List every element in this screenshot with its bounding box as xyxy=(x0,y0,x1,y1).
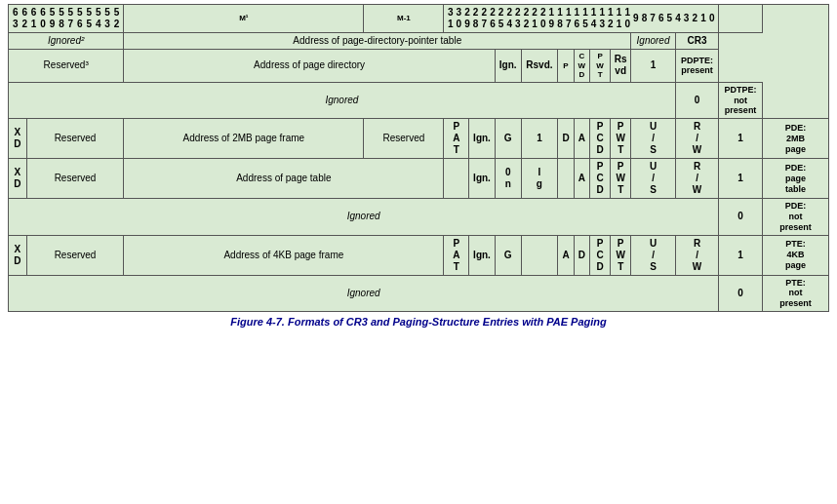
pdtpe-0: 0 xyxy=(675,82,719,118)
pde-2mb-reserved1: Reserved xyxy=(26,119,124,159)
pte-np-row: Ignored 0 PTE: not present xyxy=(9,275,829,311)
pde-np-label: PDE: not present xyxy=(762,199,828,235)
pde-pt-xd: X D xyxy=(9,159,27,199)
pdpte-rsvd2: Rs vd xyxy=(611,50,631,83)
pdtpe-row: Ignored 0 PDTPE: not present xyxy=(9,82,829,118)
pte-np-0: 0 xyxy=(719,275,763,311)
pte-us: U / S xyxy=(631,235,676,275)
pde-2mb-1: 1 xyxy=(521,119,558,159)
pde-2mb-us: U / S xyxy=(631,119,676,159)
pde-pt-cwd: P C D xyxy=(590,159,611,199)
pde-2mb-cwd: P C D xyxy=(590,119,611,159)
pte-rw: R / W xyxy=(675,235,719,275)
pte-cwd: P C D xyxy=(590,235,611,275)
pdpte-1: 1 xyxy=(631,50,676,83)
bit-header-row: 63 62 61 60 59 58 57 56 55 54 53 52 xyxy=(9,5,829,33)
pdpte-ign: Ign. xyxy=(495,50,521,83)
pdtpe-ignored: Ignored xyxy=(9,82,676,118)
cr3-ignored2: Ignored xyxy=(631,33,676,50)
pde-2mb-row: X D Reserved Address of 2MB page frame R… xyxy=(9,119,829,159)
pde-np-row: Ignored 0 PDE: not present xyxy=(9,199,829,235)
pte-ign: Ign. xyxy=(469,235,496,275)
pte-row: X D Reserved Address of 4KB page frame P… xyxy=(9,235,829,275)
pde-2mb-pat: P A T xyxy=(444,119,469,159)
pdpte-p: P xyxy=(558,50,574,83)
paging-table: 63 62 61 60 59 58 57 56 55 54 53 52 xyxy=(8,4,829,312)
cr3-row: Ignored² Address of page-directory-point… xyxy=(9,33,829,50)
pde-np-0: 0 xyxy=(719,199,763,235)
pde-pt-pwt: P W T xyxy=(611,159,631,199)
bit-m-1: M-1 xyxy=(364,5,444,33)
bits-31-0: 31 30 29 28 27 26 25 24 23 22 21 20 19 1… xyxy=(444,5,719,33)
pte-addr: Address of 4KB page frame xyxy=(124,235,444,275)
pde-pt-ign: Ign. xyxy=(469,159,496,199)
pte-np-label: PTE: not present xyxy=(762,275,828,311)
row-label-header xyxy=(719,5,763,33)
pte-g: G xyxy=(495,235,521,275)
pde-2mb-label: PDE: 2MB page xyxy=(762,119,828,159)
pte-np-ignored: Ignored xyxy=(9,275,719,311)
pde-2mb-a: A xyxy=(574,119,589,159)
bit-m1: M¹ xyxy=(124,5,364,33)
pde-2mb-pwt: P W T xyxy=(611,119,631,159)
pde-2mb-g: G xyxy=(495,119,521,159)
pde-pt-0n: 0 n xyxy=(495,159,521,199)
pde-2mb-1b: 1 xyxy=(719,119,763,159)
pdpte-reserved: Reserved³ xyxy=(9,50,124,83)
pde-pt-addr: Address of page table xyxy=(124,159,444,199)
pte-pat: P A T xyxy=(444,235,469,275)
pde-2mb-addr: Address of 2MB page frame xyxy=(124,119,364,159)
cr3-ignored: Ignored² xyxy=(9,33,124,50)
pde-np-ignored: Ignored xyxy=(9,199,719,235)
pte-a: A xyxy=(558,235,574,275)
figure-caption: Figure 4-7. Formats of CR3 and Paging-St… xyxy=(8,316,829,328)
pde-pt-1: 1 xyxy=(719,159,763,199)
pte-pwt: P W T xyxy=(611,235,631,275)
pdpte-row: Reserved³ Address of page directory Ign.… xyxy=(9,50,829,83)
pte-label: PTE: 4KB page xyxy=(762,235,828,275)
pde-2mb-rw: R / W xyxy=(675,119,719,159)
pdpte-label: PDPTE: present xyxy=(675,50,719,83)
pte-xd: X D xyxy=(9,235,27,275)
pde-pt-us: U / S xyxy=(631,159,676,199)
pde-2mb-reserved2: Reserved xyxy=(364,119,444,159)
pde-pt-rw: R / W xyxy=(675,159,719,199)
pde-pt-label: PDE: page table xyxy=(762,159,828,199)
pte-reserved: Reserved xyxy=(26,235,124,275)
pdpte-rsvd: Rsvd. xyxy=(521,50,558,83)
bits-63-32: 63 62 61 60 59 58 57 56 55 54 53 52 xyxy=(9,5,124,33)
pdpte-pt: P W T xyxy=(590,50,611,83)
pde-pt-ig: I g xyxy=(521,159,558,199)
main-container: 63 62 61 60 59 58 57 56 55 54 53 52 xyxy=(0,0,837,331)
pdpte-cw: C W D xyxy=(574,50,589,83)
pde-2mb-d: D xyxy=(558,119,574,159)
cr3-label: CR3 xyxy=(675,33,719,50)
pde-2mb-ign: Ign. xyxy=(469,119,496,159)
pde-pt-a: A xyxy=(574,159,589,199)
pdtpe-label: PDTPE: not present xyxy=(719,82,763,118)
pdpte-addr: Address of page directory xyxy=(124,50,496,83)
pde-pt-row: X D Reserved Address of page table Ign. … xyxy=(9,159,829,199)
cr3-addr: Address of page-directory-pointer table xyxy=(124,33,631,50)
pde-pt-reserved: Reserved xyxy=(26,159,124,199)
pte-d: D xyxy=(574,235,589,275)
pde-2mb-xd: X D xyxy=(9,119,27,159)
pte-1: 1 xyxy=(719,235,763,275)
